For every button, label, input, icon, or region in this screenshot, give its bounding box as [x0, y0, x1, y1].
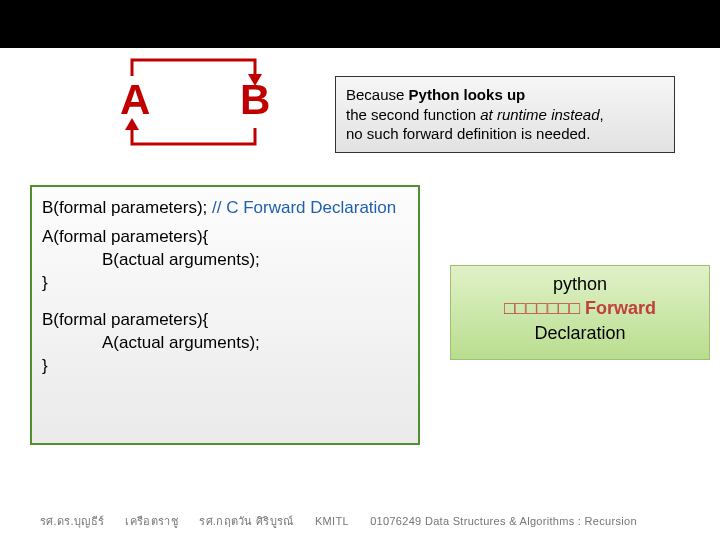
- note-r3: Declaration: [451, 321, 709, 345]
- code-l6: A(actual arguments);: [42, 332, 408, 355]
- footer-d: KMITL: [315, 515, 349, 527]
- footer-c: รศ.กฤตวัน ศิริบูรณ์: [199, 515, 293, 527]
- note-r2-boxes: □□□□□□□: [504, 298, 580, 318]
- python-no-forward-note: python □□□□□□□ Forward Declaration: [450, 265, 710, 360]
- info-line3: no such forward definition is needed.: [346, 125, 590, 142]
- code-l5: B(formal parameters){: [42, 309, 408, 332]
- code-l1-comment: // C Forward Declaration: [212, 198, 396, 217]
- footer-e: 01076249 Data Structures & Algorithms : …: [370, 515, 637, 527]
- note-r2: □□□□□□□ Forward: [451, 296, 709, 320]
- footer-a: รศ.ดร.บุญธีร์: [40, 515, 104, 527]
- footer-b: เครือตราชู: [125, 515, 177, 527]
- info-line2-italic: at runtime instead: [480, 106, 599, 123]
- code-l1-a: B(formal parameters);: [42, 198, 212, 217]
- top-black-bar: [0, 0, 720, 48]
- info-line2-post: ,: [600, 106, 604, 123]
- info-line1-pre: Because: [346, 86, 409, 103]
- code-l7: }: [42, 355, 408, 378]
- python-note-box: Because Python looks up the second funct…: [335, 76, 675, 153]
- label-b: B: [240, 76, 270, 124]
- code-l3: B(actual arguments);: [42, 249, 408, 272]
- info-line2-pre: the second function: [346, 106, 480, 123]
- code-l1: B(formal parameters); // C Forward Decla…: [42, 197, 408, 220]
- note-r2-forward: Forward: [585, 298, 656, 318]
- c-forward-code: B(formal parameters); // C Forward Decla…: [30, 185, 420, 445]
- info-line1-bold: Python looks up: [409, 86, 526, 103]
- label-a: A: [120, 76, 150, 124]
- code-l4: }: [42, 272, 408, 295]
- ab-diagram: A B: [100, 48, 290, 172]
- code-l2: A(formal parameters){: [42, 226, 408, 249]
- note-r1: python: [451, 272, 709, 296]
- slide-footer: รศ.ดร.บุญธีร์ เครือตราชู รศ.กฤตวัน ศิริบ…: [40, 512, 655, 530]
